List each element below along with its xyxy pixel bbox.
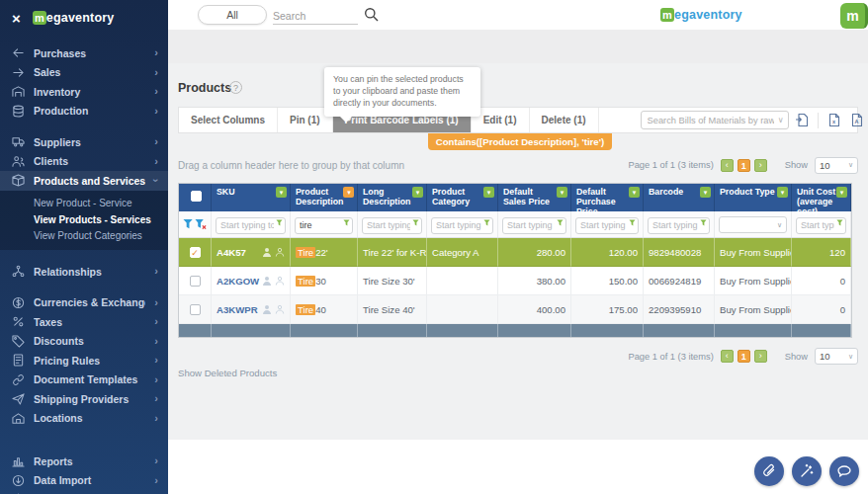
column-header-long-description[interactable]: Long Description▾ <box>358 184 427 211</box>
prev-page-button[interactable]: ‹ <box>721 159 734 172</box>
column-menu-icon[interactable]: ▾ <box>777 187 788 198</box>
filter-chip[interactable]: Contains([Product Description], 'tire') <box>428 133 612 150</box>
column-header-barcode[interactable]: Barcode▾ <box>644 184 715 211</box>
column-menu-icon[interactable]: ▾ <box>700 187 711 198</box>
sidebar-item-sales[interactable]: Sales› <box>0 63 168 83</box>
select-columns-button[interactable]: Select Columns <box>179 108 278 132</box>
sales-price-cell: 280.00 <box>498 238 571 267</box>
chevron-right-icon: › <box>154 475 158 486</box>
long-description-cell: Tire Size 40' <box>358 295 427 324</box>
sidebar-item-currencies[interactable]: Currencies & Exchange Rates› <box>0 293 168 313</box>
product-type-cell: Buy From Supplier <box>715 238 792 267</box>
close-sidebar-icon[interactable]: × <box>12 11 21 26</box>
sidebar-item-shipping-providers[interactable]: Shipping Providers› <box>0 389 168 409</box>
table-row[interactable]: A3KWPR Tire 40 Tire Size 40' 400.00 175.… <box>179 295 851 324</box>
funnel-icon[interactable] <box>483 219 490 226</box>
bom-search-select[interactable]: Search Bills of Materials by raw materia… <box>641 111 789 129</box>
current-page[interactable]: 1 <box>738 159 750 172</box>
row-checkbox-checked[interactable]: ✓ <box>190 247 201 258</box>
column-header-product-description[interactable]: Product Description▾ <box>291 184 358 211</box>
sidebar-item-locations[interactable]: Locations› <box>0 409 168 429</box>
funnel-icon[interactable] <box>700 219 707 226</box>
column-menu-icon[interactable]: ▾ <box>412 187 423 198</box>
sidebar-item-reports[interactable]: Reports› <box>0 452 168 471</box>
row-checkbox[interactable] <box>190 276 201 287</box>
sidebar-item-products-and-services[interactable]: Products and Services› <box>0 171 168 191</box>
table-row[interactable]: A2KGOW Tire 30 Tire Size 30' 380.00 150.… <box>179 267 851 295</box>
next-page-button[interactable]: › <box>754 350 767 363</box>
apply-filter-icon[interactable] <box>183 218 195 230</box>
column-header-unit-cost[interactable]: Unit Cost (average cost)▾ <box>792 184 851 211</box>
sku-link[interactable]: A3KWPR <box>217 304 258 315</box>
sku-link[interactable]: A4K57 <box>217 247 246 258</box>
column-menu-icon[interactable]: ▾ <box>629 187 640 198</box>
submenu-view-products-services[interactable]: View Products - Services <box>0 211 168 228</box>
funnel-icon[interactable] <box>836 219 843 226</box>
chat-button[interactable] <box>829 456 859 486</box>
current-page[interactable]: 1 <box>738 350 750 363</box>
sidebar-item-document-templates[interactable]: Document Templates› <box>0 370 168 390</box>
sidebar-item-settings[interactable]: Settings› <box>0 490 168 494</box>
pdf-export-icon[interactable]: A <box>850 113 864 127</box>
sidebar-item-inventory[interactable]: Inventory› <box>0 82 168 102</box>
sidebar-item-production[interactable]: Production› <box>0 102 168 122</box>
sidebar-item-clients[interactable]: Clients› <box>0 152 168 172</box>
search-scope-button[interactable]: All <box>198 5 267 25</box>
column-menu-icon[interactable]: ▾ <box>483 187 494 198</box>
column-header-default-purchase-price[interactable]: Default Purchase Price▾ <box>571 184 644 211</box>
excel-export-icon[interactable]: x <box>827 113 841 127</box>
funnel-icon[interactable] <box>629 219 636 226</box>
page-size-select[interactable]: 10 ∨ <box>815 157 858 174</box>
column-header-product-type[interactable]: Product Type▾ <box>715 184 792 211</box>
sidebar-item-data-import[interactable]: Data Import› <box>0 471 168 491</box>
select-all-checkbox[interactable] <box>191 191 202 202</box>
magic-wand-button[interactable] <box>792 456 822 486</box>
supplier-person-icon[interactable] <box>262 276 272 286</box>
submenu-view-product-categories[interactable]: View Product Categories <box>0 228 168 245</box>
funnel-icon[interactable] <box>343 219 350 226</box>
funnel-icon[interactable] <box>557 219 564 226</box>
supplier-person-icon[interactable] <box>262 304 272 314</box>
sidebar-item-pricing-rules[interactable]: Pricing Rules› <box>0 351 168 370</box>
delete-button[interactable]: Delete (1) <box>530 108 599 132</box>
building-icon <box>12 412 25 425</box>
account-cube-icon[interactable]: m <box>840 3 868 29</box>
page-size-select[interactable]: 10 ∨ <box>815 348 858 365</box>
clear-filter-icon[interactable] <box>195 218 207 230</box>
product-type-filter-select[interactable]: ∨ <box>719 216 787 233</box>
column-menu-icon[interactable]: ▾ <box>276 187 287 198</box>
sidebar-item-taxes[interactable]: Taxes› <box>0 312 168 332</box>
global-search-input[interactable] <box>273 8 358 25</box>
client-person-icon[interactable] <box>275 247 285 257</box>
sku-link[interactable]: A2KGOW <box>217 276 259 287</box>
column-menu-icon[interactable]: ▾ <box>557 187 567 198</box>
help-icon[interactable]: ? <box>229 81 242 94</box>
column-header-product-category[interactable]: Product Category▾ <box>427 184 498 211</box>
group-by-hint: Drag a column header here to group by th… <box>178 160 404 171</box>
funnel-icon[interactable] <box>412 219 419 226</box>
submenu-new-product-service[interactable]: New Product - Service <box>0 196 168 212</box>
prev-page-button[interactable]: ‹ <box>721 350 734 363</box>
search-icon[interactable] <box>364 7 379 22</box>
attachment-button[interactable] <box>754 456 784 486</box>
barcode-cell: 2209395910 <box>644 295 715 324</box>
supplier-person-icon[interactable] <box>262 247 272 257</box>
paperclip-icon <box>761 463 777 479</box>
show-deleted-products-link[interactable]: Show Deleted Products <box>178 368 277 378</box>
column-menu-icon-filtered[interactable]: ▾ <box>343 187 354 198</box>
column-header-sku[interactable]: SKU▾ <box>212 184 291 211</box>
funnel-icon[interactable] <box>276 219 283 226</box>
next-page-button[interactable]: › <box>754 159 767 172</box>
row-checkbox[interactable] <box>190 304 201 315</box>
sidebar-item-discounts[interactable]: Discounts› <box>0 332 168 352</box>
client-person-icon[interactable] <box>275 304 285 314</box>
table-row[interactable]: ✓ A4K57 Tire 22' Tire 22' for K-R Catego… <box>179 238 851 267</box>
column-header-default-sales-price[interactable]: Default Sales Price▾ <box>498 184 571 211</box>
megaventory-logo-sidebar[interactable]: megaventory <box>33 11 115 25</box>
client-person-icon[interactable] <box>275 276 285 286</box>
sidebar-item-relationships[interactable]: Relationships› <box>0 262 168 282</box>
import-file-icon[interactable] <box>795 113 809 127</box>
column-menu-icon[interactable]: ▾ <box>836 187 847 198</box>
sidebar-item-purchases[interactable]: Purchases› <box>0 43 168 63</box>
sidebar-item-suppliers[interactable]: Suppliers› <box>0 132 168 152</box>
